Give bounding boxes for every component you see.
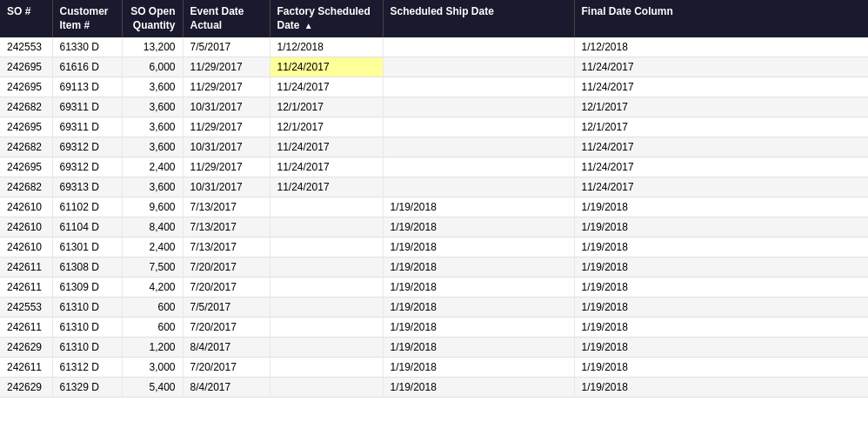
table-cell <box>270 318 383 338</box>
table-cell <box>270 218 383 238</box>
col-header-customer-item[interactable]: Customer Item # <box>52 0 122 37</box>
table-cell: 8/4/2017 <box>183 338 270 358</box>
table-cell: 1/12/2018 <box>270 37 383 57</box>
table-cell: 6,000 <box>122 57 183 77</box>
table-cell: 600 <box>122 298 183 318</box>
table-row[interactable]: 24261061104 D8,4007/13/20171/19/20181/19… <box>0 218 868 238</box>
col-header-final-date[interactable]: Final Date Column <box>574 0 868 37</box>
table-cell: 242695 <box>0 117 52 137</box>
table-body: 24255361330 D13,2007/5/20171/12/20181/12… <box>0 37 868 398</box>
col-header-factory-scheduled-date[interactable]: Factory Scheduled Date ▲ <box>270 0 383 37</box>
table-cell: 12/1/2017 <box>574 117 868 137</box>
table-row[interactable]: 24261161308 D7,5007/20/20171/19/20181/19… <box>0 258 868 278</box>
table-cell: 7/13/2017 <box>183 197 270 218</box>
table-cell: 7/20/2017 <box>183 258 270 278</box>
table-cell: 7/20/2017 <box>183 278 270 298</box>
table-cell: 61104 D <box>52 218 122 238</box>
col-header-scheduled-ship-date[interactable]: Scheduled Ship Date <box>383 0 574 37</box>
table-cell: 1/19/2018 <box>574 218 868 238</box>
table-cell: 7/20/2017 <box>183 358 270 378</box>
table-cell <box>383 177 574 197</box>
table-cell: 242695 <box>0 57 52 77</box>
table-row[interactable]: 24269569311 D3,60011/29/201712/1/201712/… <box>0 117 868 137</box>
table-cell: 1/19/2018 <box>574 258 868 278</box>
table-cell: 7/5/2017 <box>183 37 270 57</box>
table-cell: 242682 <box>0 177 52 197</box>
table-row[interactable]: 24261161310 D6007/20/20171/19/20181/19/2… <box>0 318 868 338</box>
table-row[interactable]: 24261061102 D9,6007/13/20171/19/20181/19… <box>0 197 868 218</box>
table-cell: 8/4/2017 <box>183 378 270 398</box>
table-cell: 11/24/2017 <box>574 177 868 197</box>
table-row[interactable]: 24269569312 D2,40011/29/201711/24/201711… <box>0 157 868 177</box>
table-cell: 2,400 <box>122 238 183 258</box>
table-cell: 1/19/2018 <box>574 278 868 298</box>
table-cell: 11/24/2017 <box>270 77 383 97</box>
table-cell: 1/19/2018 <box>383 278 574 298</box>
table-cell: 11/24/2017 <box>574 57 868 77</box>
table-cell: 242611 <box>0 318 52 338</box>
table-cell: 242610 <box>0 197 52 218</box>
table-cell: 1/19/2018 <box>383 218 574 238</box>
table-cell: 1/19/2018 <box>383 358 574 378</box>
table-cell: 7/20/2017 <box>183 318 270 338</box>
table-row[interactable]: 24269561616 D6,00011/29/201711/24/201711… <box>0 57 868 77</box>
table-row[interactable]: 24268269311 D3,60010/31/201712/1/201712/… <box>0 97 868 117</box>
table-row[interactable]: 24262961310 D1,2008/4/20171/19/20181/19/… <box>0 338 868 358</box>
table-cell: 1/19/2018 <box>574 197 868 218</box>
table-header-row: SO # Customer Item # SO Open Quantity Ev… <box>0 0 868 37</box>
table-cell: 11/24/2017 <box>270 177 383 197</box>
table-cell: 13,200 <box>122 37 183 57</box>
table-cell <box>270 358 383 378</box>
table-cell <box>383 77 574 97</box>
table-cell: 242629 <box>0 378 52 398</box>
table-row[interactable]: 24268269312 D3,60010/31/201711/24/201711… <box>0 137 868 157</box>
table-cell: 61102 D <box>52 197 122 218</box>
table-cell: 3,600 <box>122 137 183 157</box>
table-cell: 10/31/2017 <box>183 97 270 117</box>
table-cell: 69313 D <box>52 177 122 197</box>
table-cell: 1/19/2018 <box>574 358 868 378</box>
table-cell: 242611 <box>0 358 52 378</box>
table-cell: 3,600 <box>122 77 183 97</box>
table-cell <box>383 157 574 177</box>
table-cell: 61310 D <box>52 338 122 358</box>
table-cell: 61301 D <box>52 238 122 258</box>
table-row[interactable]: 24268269313 D3,60010/31/201711/24/201711… <box>0 177 868 197</box>
sort-up-icon: ▲ <box>304 20 313 31</box>
table-cell: 7/13/2017 <box>183 238 270 258</box>
table-cell <box>270 298 383 318</box>
table-row[interactable]: 24262961329 D5,4008/4/20171/19/20181/19/… <box>0 378 868 398</box>
table-cell: 11/24/2017 <box>270 157 383 177</box>
table-row[interactable]: 24261061301 D2,4007/13/20171/19/20181/19… <box>0 238 868 258</box>
table-cell: 12/1/2017 <box>574 97 868 117</box>
table-cell: 600 <box>122 318 183 338</box>
table-cell: 61616 D <box>52 57 122 77</box>
table-cell <box>383 117 574 137</box>
table-cell: 1/19/2018 <box>383 258 574 278</box>
table-cell: 69113 D <box>52 77 122 97</box>
col-header-event-date[interactable]: Event Date Actual <box>183 0 270 37</box>
table-cell: 1/19/2018 <box>574 238 868 258</box>
table-cell: 10/31/2017 <box>183 137 270 157</box>
table-row[interactable]: 24255361330 D13,2007/5/20171/12/20181/12… <box>0 37 868 57</box>
table-cell: 2,400 <box>122 157 183 177</box>
table-row[interactable]: 24261161309 D4,2007/20/20171/19/20181/19… <box>0 278 868 298</box>
table-cell: 11/24/2017 <box>574 137 868 157</box>
table-cell: 1/19/2018 <box>383 238 574 258</box>
table-cell: 7,500 <box>122 258 183 278</box>
col-header-so[interactable]: SO # <box>0 0 52 37</box>
table-cell: 69311 D <box>52 117 122 137</box>
table-row[interactable]: 24261161312 D3,0007/20/20171/19/20181/19… <box>0 358 868 378</box>
table-cell: 69312 D <box>52 157 122 177</box>
table-cell: 11/29/2017 <box>183 77 270 97</box>
table-row[interactable]: 24269569113 D3,60011/29/201711/24/201711… <box>0 77 868 97</box>
table-cell: 8,400 <box>122 218 183 238</box>
col-header-so-open-qty[interactable]: SO Open Quantity <box>122 0 183 37</box>
table-cell: 1/19/2018 <box>574 298 868 318</box>
table-cell: 242682 <box>0 97 52 117</box>
table-cell: 3,600 <box>122 117 183 137</box>
table-cell: 1/19/2018 <box>383 197 574 218</box>
table-cell: 242695 <box>0 77 52 97</box>
table-row[interactable]: 24255361310 D6007/5/20171/19/20181/19/20… <box>0 298 868 318</box>
table-cell: 61310 D <box>52 318 122 338</box>
